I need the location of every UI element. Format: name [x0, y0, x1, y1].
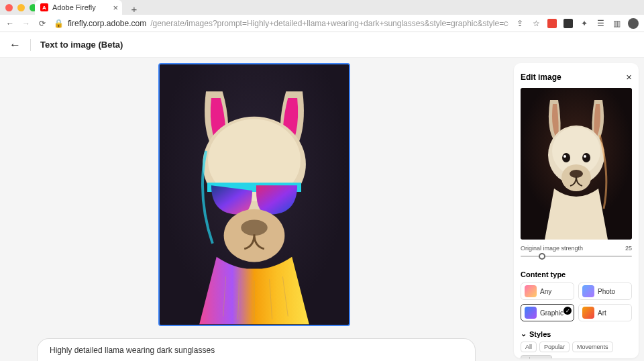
share-icon[interactable]: ⇪: [515, 19, 525, 28]
app-header: ← Text to image (Beta): [0, 32, 644, 58]
side-panel-icon[interactable]: ▥: [612, 19, 621, 28]
profile-avatar[interactable]: [628, 18, 639, 29]
strength-slider-row: Original image strength 25: [521, 245, 632, 261]
styles-label: Styles: [529, 330, 551, 338]
check-icon: ✓: [564, 307, 572, 315]
svg-point-3: [241, 219, 267, 236]
content-type-photo[interactable]: Photo: [578, 282, 632, 300]
style-tab-popular[interactable]: Popular: [539, 342, 570, 352]
browser-tabstrip: A Adobe Firefly × +: [35, 0, 141, 15]
window-controls: [5, 4, 37, 11]
content-type-any[interactable]: Any: [521, 282, 574, 300]
content-type-grid: Any Photo Graphic ✓ Art: [521, 282, 632, 321]
edit-image-panel: Edit image ×: [514, 63, 639, 358]
styles-header[interactable]: ⌄ Styles: [521, 329, 632, 338]
svg-point-8: [562, 153, 570, 162]
tab-close-icon[interactable]: ×: [113, 3, 118, 13]
strength-value: 25: [625, 245, 632, 252]
svg-point-9: [582, 153, 590, 162]
extensions-menu-icon[interactable]: ✦: [580, 19, 589, 28]
slider-knob[interactable]: [539, 253, 545, 260]
content-type-graphic[interactable]: Graphic ✓: [521, 304, 574, 321]
style-tabs: All Popular Movements Themes: [521, 342, 632, 358]
content-type-label-text: Photo: [598, 288, 615, 295]
svg-point-10: [564, 155, 566, 158]
swatch-icon: [582, 307, 594, 319]
extension-icon[interactable]: [564, 19, 573, 28]
prompt-input[interactable]: Highly detailed llama wearing dark sungl…: [37, 338, 476, 361]
strength-slider[interactable]: [521, 252, 632, 261]
tab-favicon: A: [40, 3, 48, 11]
page-title: Text to image (Beta): [40, 40, 123, 50]
llama-stylized-art: [160, 64, 349, 325]
strength-label: Original image strength: [521, 245, 583, 252]
window-close-button[interactable]: [5, 4, 13, 11]
extension-icons: ✦ ☰ ▥: [547, 18, 639, 29]
prompt-text: Highly detailed llama wearing dark sungl…: [50, 346, 215, 355]
content-type-label-text: Art: [598, 309, 606, 317]
original-image-thumbnail[interactable]: [521, 88, 632, 240]
browser-toolbar: ← → ⟳ 🔒 firefly.corp.adobe.com /generate…: [0, 15, 644, 32]
edit-panel-title: Edit image: [521, 72, 561, 82]
chevron-down-icon: ⌄: [521, 329, 527, 338]
tab-title: Adobe Firefly: [52, 3, 96, 11]
content-type-label-text: Graphic: [540, 309, 564, 317]
os-titlebar: A Adobe Firefly × +: [0, 0, 644, 15]
generated-image-preview[interactable]: [158, 63, 350, 326]
content-type-label-text: Any: [540, 288, 551, 295]
workspace: Highly detailed llama wearing dark sungl…: [0, 58, 644, 361]
address-bar[interactable]: 🔒 firefly.corp.adobe.com /generate/image…: [54, 19, 508, 28]
lock-icon: 🔒: [54, 19, 64, 28]
url-host: firefly.corp.adobe.com: [68, 19, 146, 28]
close-icon[interactable]: ×: [626, 71, 632, 83]
nav-back-button[interactable]: ←: [5, 19, 15, 28]
window-minimize-button[interactable]: [17, 4, 25, 11]
bookmark-star-icon[interactable]: ☆: [531, 19, 541, 28]
style-tab-movements[interactable]: Movements: [572, 342, 613, 352]
reading-list-icon[interactable]: ☰: [596, 19, 605, 28]
header-divider: [30, 39, 31, 51]
style-tab-themes[interactable]: Themes: [521, 355, 552, 358]
swatch-icon: [525, 307, 537, 319]
browser-tab-active[interactable]: A Adobe Firefly ×: [35, 0, 122, 15]
extension-icon[interactable]: [547, 19, 557, 28]
new-tab-button[interactable]: +: [127, 3, 141, 15]
url-path: /generate/images?prompt=Highly+detailed+…: [150, 19, 508, 28]
nav-forward-button[interactable]: →: [21, 19, 31, 28]
nav-reload-button[interactable]: ⟳: [38, 19, 47, 28]
style-tab-all[interactable]: All: [521, 342, 537, 352]
swatch-icon: [582, 285, 594, 297]
swatch-icon: [525, 285, 537, 297]
content-type-art[interactable]: Art: [578, 304, 632, 321]
app-back-button[interactable]: ←: [9, 38, 21, 52]
content-type-label: Content type: [521, 270, 632, 278]
svg-point-11: [584, 155, 586, 158]
